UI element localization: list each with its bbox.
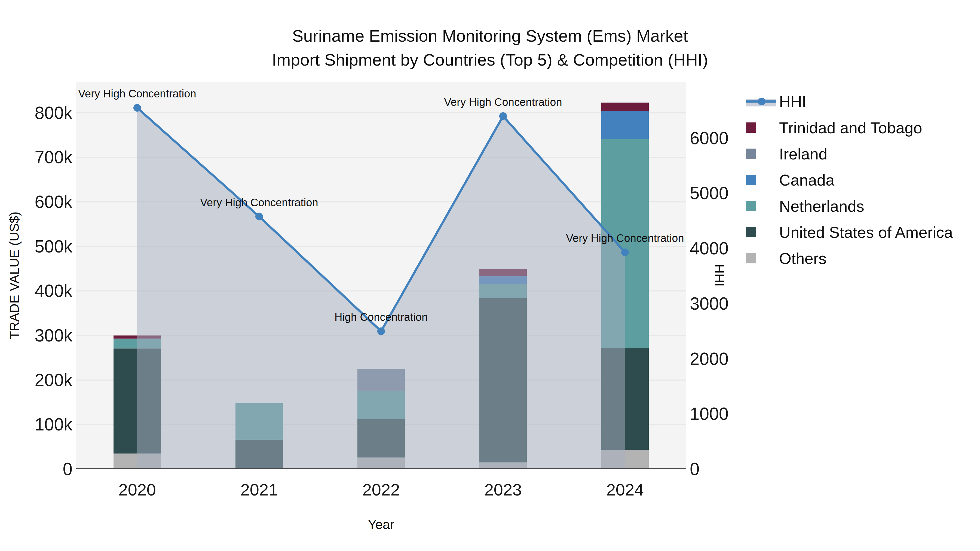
legend-hhi-marker-icon — [758, 98, 765, 105]
hhi-marker-2024[interactable] — [621, 248, 629, 256]
hhi-marker-2022[interactable] — [377, 327, 385, 335]
legend-swatch-icon — [746, 114, 776, 141]
hhi-marker-2020[interactable] — [134, 104, 141, 111]
hhi-marker-2021[interactable] — [255, 213, 263, 221]
x-tick-2021: 2021 — [240, 480, 278, 499]
legend-item-united-states-of-america[interactable]: United States of America — [746, 219, 953, 245]
chart-title-line2: Import Shipment by Countries (Top 5) & C… — [0, 48, 980, 72]
hhi-marker-2023[interactable] — [499, 113, 507, 120]
legend-label: United States of America — [779, 223, 953, 241]
legend-line-symbol — [746, 89, 776, 114]
y-left-tick-0: 0 — [0, 459, 72, 479]
x-tick-2023: 2023 — [484, 480, 522, 499]
annotation-2020: Very High Concentration — [78, 87, 196, 100]
y-axis-title-right: HHI — [712, 264, 727, 287]
x-tick-2022: 2022 — [362, 480, 400, 499]
legend-item-canada[interactable]: Canada — [746, 167, 953, 193]
legend-swatch-icon — [746, 193, 776, 219]
legend-color-swatch — [746, 122, 756, 133]
plot-area: Very High ConcentrationVery High Concent… — [76, 82, 686, 469]
legend-label: Trinidad and Tobago — [779, 119, 922, 137]
legend-item-netherlands[interactable]: Netherlands — [746, 193, 953, 219]
legend-swatch-icon — [746, 141, 776, 167]
y-right-tick-3000: 3000 — [690, 294, 729, 314]
y-left-tick-400k: 400k — [0, 281, 72, 301]
legend-item-hhi[interactable]: HHI — [746, 89, 953, 114]
legend-label: HHI — [779, 92, 806, 111]
y-left-tick-800k: 800k — [0, 103, 72, 123]
y-left-tick-300k: 300k — [0, 326, 72, 346]
legend-item-trinidad-and-tobago[interactable]: Trinidad and Tobago — [746, 114, 953, 141]
y-left-tick-500k: 500k — [0, 237, 72, 257]
annotation-2023: Very High Concentration — [444, 96, 562, 108]
legend-swatch-icon — [746, 167, 776, 193]
chart-title-line1: Suriname Emission Monitoring System (Ems… — [0, 24, 980, 48]
legend-label: Netherlands — [779, 197, 864, 215]
plot-svg: Very High ConcentrationVery High Concent… — [76, 82, 686, 469]
annotation-2021: Very High Concentration — [200, 197, 318, 208]
y-axis-title-left: TRADE VALUE (US$) — [7, 212, 22, 339]
legend-color-swatch — [746, 175, 756, 185]
x-axis-title: Year — [368, 517, 395, 532]
chart-title: Suriname Emission Monitoring System (Ems… — [0, 24, 980, 72]
legend-swatch-icon — [746, 245, 776, 271]
y-right-tick-2000: 2000 — [690, 349, 729, 369]
legend-color-swatch — [746, 149, 756, 159]
legend-color-swatch — [746, 227, 756, 237]
legend-swatch-icon — [746, 219, 776, 245]
x-tick-2024: 2024 — [606, 480, 644, 499]
legend-color-swatch — [746, 253, 756, 264]
x-tick-2020: 2020 — [118, 480, 156, 499]
y-left-tick-700k: 700k — [0, 147, 72, 167]
legend-label: Canada — [779, 171, 834, 189]
legend-label: Others — [779, 249, 826, 267]
y-right-tick-1000: 1000 — [690, 404, 729, 424]
annotation-2022: High Concentration — [334, 311, 428, 323]
y-right-tick-4000: 4000 — [690, 238, 729, 259]
y-left-tick-200k: 200k — [0, 370, 72, 390]
legend-item-ireland[interactable]: Ireland — [746, 141, 953, 167]
legend-item-others[interactable]: Others — [746, 245, 953, 271]
y-right-tick-5000: 5000 — [690, 183, 729, 203]
annotation-2024: Very High Concentration — [566, 232, 684, 244]
chart-figure: Suriname Emission Monitoring System (Ems… — [0, 0, 980, 551]
bar-segment-2024-trinidad-and-tobago[interactable] — [601, 103, 649, 111]
y-right-tick-0: 0 — [690, 459, 700, 479]
legend-color-swatch — [746, 201, 756, 211]
y-left-tick-600k: 600k — [0, 192, 72, 212]
bar-segment-2024-canada[interactable] — [601, 111, 649, 139]
y-right-tick-6000: 6000 — [690, 128, 729, 148]
legend: HHITrinidad and TobagoIrelandCanadaNethe… — [746, 89, 953, 271]
y-left-tick-100k: 100k — [0, 414, 72, 435]
legend-label: Ireland — [779, 145, 827, 163]
